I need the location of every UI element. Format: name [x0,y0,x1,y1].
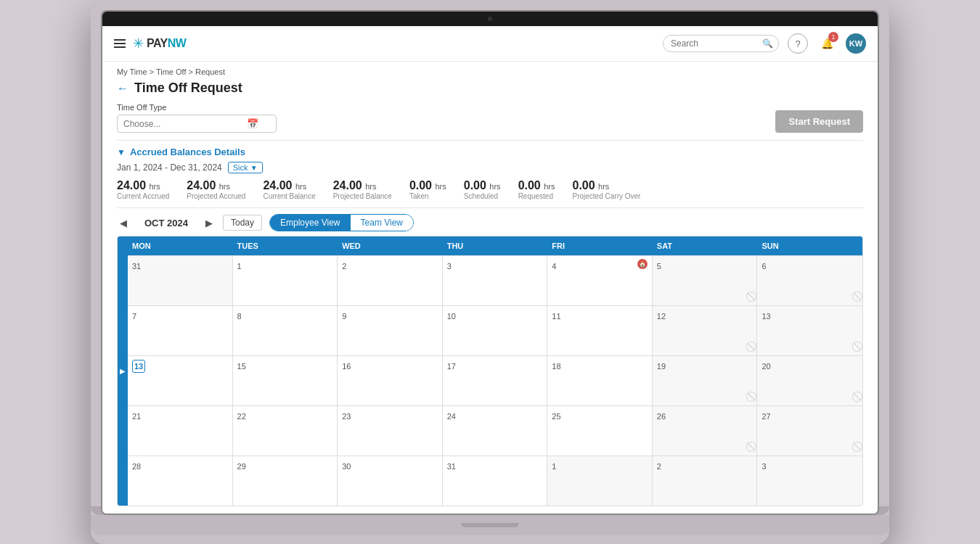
calendar-day[interactable]: 2 [338,256,443,305]
day-number: 13 [761,312,770,321]
calendar-day[interactable]: 3 [443,256,548,305]
calendar-day[interactable]: 4🏠 [547,256,653,305]
next-month-button[interactable]: ▶ [203,216,216,230]
calendar-day[interactable]: 30 [338,456,443,506]
calendar-day[interactable]: 26⃠ [653,406,758,456]
day-number: 10 [447,312,456,321]
chevron-down-icon: ▼ [117,147,126,157]
calendar-week: 311234🏠5⃠6⃠ [128,255,862,305]
balance-stat: 0.00 hrsTaken [409,179,446,200]
calendar-day[interactable]: 29 [233,456,338,506]
day-number: 2 [342,262,346,271]
start-request-button[interactable]: Start Request [775,110,863,133]
balance-label: Requested [518,192,555,200]
help-button[interactable]: ? [788,33,808,54]
search-input[interactable] [671,38,758,49]
calendar-day[interactable]: 1 [233,256,338,305]
calendar-day-header: TUES [233,236,338,255]
balance-value: 24.00 hrs [263,179,315,192]
notification-badge: 1 [828,32,838,42]
balance-value: 0.00 hrs [464,179,501,192]
calendar-day[interactable]: 6⃠ [757,256,862,305]
calendar-day[interactable]: 3 [757,456,862,506]
calendar-day[interactable]: 9 [338,306,443,355]
notifications-button[interactable]: 🔔 1 [817,33,837,54]
balance-label: Scheduled [464,192,501,200]
day-number: 12 [657,312,666,321]
balance-value: 0.00 hrs [573,179,641,192]
calendar-day[interactable]: 7 [128,306,233,355]
calendar-header-row: MONTUESWEDTHUFRISATSUN [128,236,862,255]
day-number: 4 [552,262,556,271]
calendar-day[interactable]: 8 [233,306,338,355]
calendar-day[interactable]: 11 [547,306,653,355]
hamburger-menu[interactable] [114,39,126,48]
prev-month-button[interactable]: ◀ [117,216,130,230]
user-avatar[interactable]: KW [846,33,866,54]
day-number: 7 [132,312,136,321]
calendar-body: 311234🏠5⃠6⃠789101112⃠13⃠131516171819⃠20⃠… [128,255,862,506]
calendar-week: 28293031123 [128,456,862,506]
calendar-day[interactable]: 28 [128,456,233,506]
balance-stat: 0.00 hrsRequested [518,179,555,200]
calendar-day[interactable]: 12⃠ [653,306,758,355]
calendar-day[interactable]: 31 [128,256,233,305]
calendar-week: 212223242526⃠27⃠ [128,405,862,456]
divider [117,140,863,141]
calendar-day[interactable]: 15 [233,356,338,405]
calendar-day[interactable]: 18 [547,356,653,405]
calendar-sidebar-arrow[interactable]: ▶ [118,236,128,506]
calendar-day-header: SUN [757,236,862,255]
calendar-day[interactable]: 13⃠ [757,306,862,355]
employee-view-button[interactable]: Employee View [270,215,351,231]
choose-input[interactable] [123,119,247,129]
nav-right: 🔍 ? 🔔 1 KW [663,33,866,54]
calendar-day-header: THU [443,236,548,255]
day-number: 24 [447,412,456,421]
day-number: 26 [657,412,666,421]
logo-text: PAYNW [147,37,186,50]
calendar-day[interactable]: 27⃠ [757,406,862,456]
calendar-week: 131516171819⃠20⃠ [128,355,862,405]
calendar-day[interactable]: 16 [338,356,443,405]
day-number: 9 [342,312,346,321]
calendar-day[interactable]: 20⃠ [757,356,862,405]
balance-label: Projected Balance [333,192,392,200]
day-number: 29 [237,462,246,471]
back-button[interactable]: ← [117,82,128,95]
balance-value: 24.00 hrs [117,179,169,192]
balance-value: 0.00 hrs [409,179,446,192]
calendar-input-icon: 📅 [247,118,258,129]
calendar-day[interactable]: 2 [653,456,758,506]
time-off-type-input[interactable]: 📅 [117,115,277,133]
sick-type-badge[interactable]: Sick ▼ [228,162,263,173]
calendar-day[interactable]: 22 [233,406,338,456]
day-number: 13 [132,360,145,373]
calendar-day[interactable]: 10 [443,306,548,355]
accrued-date-row: Jan 1, 2024 - Dec 31, 2024 Sick ▼ [117,162,863,173]
day-number: 1 [552,462,556,471]
calendar-day[interactable]: 17 [443,356,548,405]
day-number: 3 [761,462,766,471]
calendar-day[interactable]: 1 [547,456,653,506]
calendar-day[interactable]: 19⃠ [653,356,758,405]
calendar-day[interactable]: 13 [128,356,233,405]
calendar-day[interactable]: 23 [338,406,443,456]
calendar-day[interactable]: 21 [128,406,233,456]
team-view-button[interactable]: Team View [351,215,413,231]
calendar-day[interactable]: 25 [547,406,653,456]
day-number: 11 [552,312,560,321]
balance-value: 24.00 hrs [333,179,392,192]
balance-stat: 0.00 hrsScheduled [464,179,501,200]
accrued-balances-header[interactable]: ▼ Accrued Balances Details [117,147,863,157]
search-box[interactable]: 🔍 [663,35,779,52]
page-title: Time Off Request [134,81,242,96]
time-off-type-left: Time Off Type 📅 [117,103,277,133]
calendar-week: 789101112⃠13⃠ [128,305,862,355]
calendar-day[interactable]: 31 [443,456,548,506]
today-button[interactable]: Today [223,215,262,231]
help-icon: ? [795,38,800,49]
calendar-day[interactable]: 5⃠ [653,256,758,305]
calendar-day[interactable]: 24 [443,406,548,456]
balance-stat: 24.00 hrsCurrent Balance [263,179,315,200]
